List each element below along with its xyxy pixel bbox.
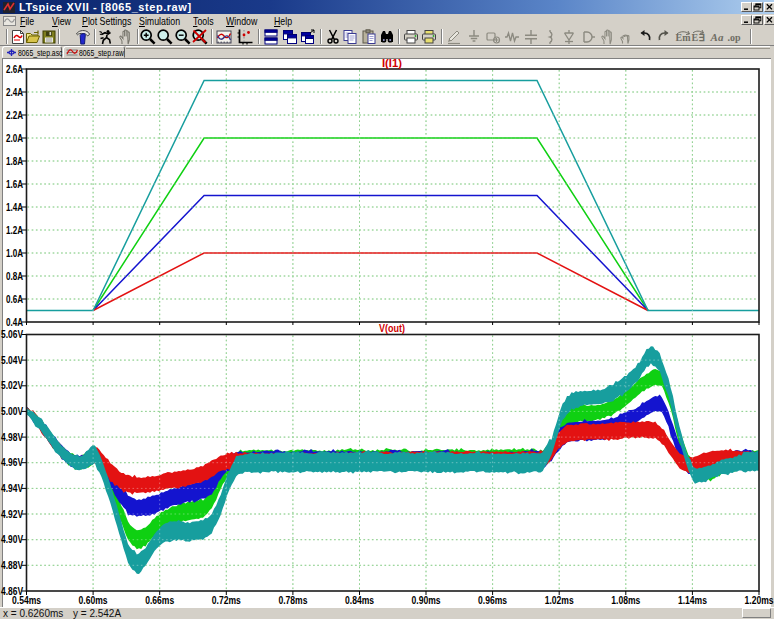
svg-text:Aa: Aa: [710, 31, 724, 43]
svg-text:5.02V: 5.02V: [1, 379, 24, 391]
svg-text:0.90ms: 0.90ms: [412, 594, 441, 606]
svg-text:4.98V: 4.98V: [1, 431, 24, 443]
svg-text:1.2A: 1.2A: [6, 224, 23, 236]
svg-text:0.8A: 0.8A: [6, 270, 23, 282]
svg-text:0.84ms: 0.84ms: [345, 594, 374, 606]
svg-text:2.2A: 2.2A: [6, 109, 23, 121]
svg-text:0.4A: 0.4A: [6, 316, 23, 328]
svg-text:0.96ms: 0.96ms: [478, 594, 507, 606]
svg-text:5.00V: 5.00V: [1, 405, 24, 417]
svg-text:0.60ms: 0.60ms: [79, 594, 108, 606]
svg-text:0.6A: 0.6A: [6, 293, 23, 305]
svg-text:V(out): V(out): [379, 322, 405, 334]
svg-text:1.0A: 1.0A: [6, 247, 23, 259]
svg-text:0.78ms: 0.78ms: [278, 594, 307, 606]
svg-text:0.54ms: 0.54ms: [12, 594, 41, 606]
svg-text:4.96V: 4.96V: [1, 456, 24, 468]
svg-text:4.88V: 4.88V: [1, 559, 24, 571]
svg-text:2.0A: 2.0A: [6, 132, 23, 144]
svg-text:2.6A: 2.6A: [6, 63, 23, 75]
svg-text:1.02ms: 1.02ms: [545, 594, 574, 606]
svg-text:1.14ms: 1.14ms: [678, 594, 707, 606]
svg-text:4.94V: 4.94V: [1, 482, 24, 494]
svg-text:4.92V: 4.92V: [1, 508, 24, 520]
svg-text:1.6A: 1.6A: [6, 178, 23, 190]
svg-text:1.8A: 1.8A: [6, 155, 23, 167]
svg-text:E∃: E∃: [692, 32, 706, 43]
svg-text:2.4A: 2.4A: [6, 86, 23, 98]
svg-text:.op: .op: [727, 32, 741, 43]
svg-text:1.20ms: 1.20ms: [745, 594, 774, 606]
svg-text:0.72ms: 0.72ms: [212, 594, 241, 606]
svg-text:1.4A: 1.4A: [6, 201, 23, 213]
svg-text:1.08ms: 1.08ms: [611, 594, 640, 606]
svg-text:4.90V: 4.90V: [1, 533, 24, 545]
svg-text:5.06V: 5.06V: [1, 328, 24, 340]
svg-text:0.66ms: 0.66ms: [145, 594, 174, 606]
svg-text:Em: Em: [676, 32, 692, 43]
svg-text:5.04V: 5.04V: [1, 354, 24, 366]
svg-text:I(I1): I(I1): [382, 57, 402, 69]
